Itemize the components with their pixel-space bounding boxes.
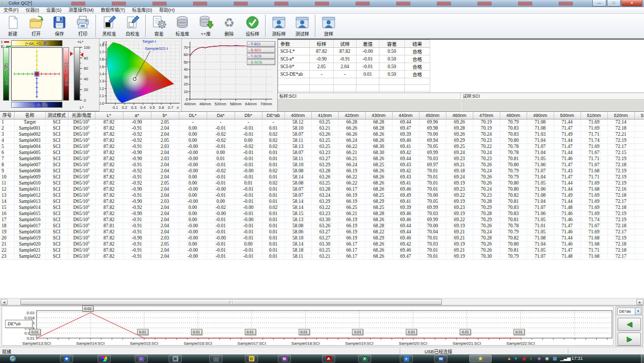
taskbar-clock[interactable]: 17:31: [571, 356, 583, 361]
next-page-button[interactable]: ►: [618, 332, 641, 346]
toolbar-button-打印[interactable]: 打印: [71, 14, 94, 38]
table-row[interactable]: 18Sample017SCID65/10°87.81-0.912.04-0.00…: [0, 223, 644, 229]
table-row[interactable]: 12Sample011SCID65/10°87.82-0.902.04-0.00…: [0, 186, 644, 192]
new-file-icon: [5, 15, 20, 30]
table-row[interactable]: 6Sample005SCID65/10°87.82-0.902.04-0.000…: [0, 149, 644, 156]
person-icon: [271, 15, 286, 30]
taskbar-app-color-qc-active[interactable]: ★: [469, 355, 492, 362]
parameter-select[interactable]: DE*ab▼: [617, 308, 641, 315]
tray-volume-icon[interactable]: ◉: [545, 356, 549, 361]
scroll-left-button[interactable]: ◄: [1, 299, 8, 305]
menu-item-0[interactable]: 文件(F): [0, 7, 22, 14]
toolbar-button-黑校准[interactable]: 黑校准: [98, 14, 121, 38]
taskbar-pinned-app-color-wheel[interactable]: [98, 355, 111, 362]
taskbar-pinned-app-star[interactable]: ★: [60, 355, 73, 362]
toolbar-button-++库[interactable]: ++库: [194, 14, 217, 38]
toolbar-button-设标样[interactable]: 设标样: [241, 14, 264, 38]
minimize-button[interactable]: —: [592, 0, 606, 7]
toolbar-button-容差[interactable]: 容差: [147, 14, 171, 38]
toolbar-button-测试样[interactable]: 测试样: [291, 14, 314, 38]
taskbar-app-word[interactable]: W: [434, 355, 447, 362]
menu-item-2[interactable]: 设置(S): [43, 7, 65, 14]
table-row[interactable]: 13Sample012SCID65/10°87.82-0.912.040.00-…: [0, 192, 644, 198]
tray-messenger-icon[interactable]: ●: [514, 356, 517, 361]
legend-item-T-SCI[interactable]: - T-SCI: [247, 41, 275, 47]
table-row[interactable]: 14Sample013SCID65/10°87.82-0.902.03-0.00…: [0, 198, 644, 204]
show-desktop-button[interactable]: [641, 354, 644, 363]
svg-text:0.6: 0.6: [159, 105, 164, 110]
table-row[interactable]: 23Sample022SCID65/10°87.82-0.912.04-0.00…: [0, 253, 644, 259]
toolbar-button-保存[interactable]: 保存: [48, 14, 71, 38]
scroll-right-button[interactable]: ►: [636, 299, 643, 305]
toolbar-button-放样[interactable]: 放样: [317, 14, 340, 38]
tray-network-lan-icon[interactable]: ▦: [553, 356, 557, 361]
tray-graphics-icon[interactable]: ◆: [537, 356, 541, 361]
toolbar-button-白校准[interactable]: 白校准: [121, 14, 144, 38]
table-row[interactable]: 19Sample018SCID65/10°87.82-0.912.04-0.00…: [0, 229, 644, 235]
save-icon: [52, 15, 67, 30]
table-row[interactable]: 2Sample001SCID65/10°87.82-0.912.040.00-0…: [0, 125, 644, 131]
svg-text:0.5: 0.5: [149, 105, 154, 110]
tray-audio-device-icon[interactable]: ♪: [530, 356, 532, 361]
tray-pdf-icon[interactable]: ◼: [522, 356, 526, 361]
title-bar[interactable]: ★ Color QC[*] — □ ×: [0, 0, 644, 7]
toolbar-button-测标样[interactable]: 测标样: [267, 14, 291, 38]
tray-signal-icon[interactable]: ▁▃▅: [560, 356, 571, 361]
taskbar-pinned-app-window[interactable]: ▣: [169, 355, 182, 362]
toolbar-button-删除[interactable]: ♻ 删除: [217, 14, 241, 38]
legend-item-T-SCE[interactable]: - T-SCE: [247, 53, 275, 59]
table-row[interactable]: 16Sample015SCID65/10°87.82-0.902.040.00-…: [0, 210, 644, 217]
recycle-icon: ♻: [221, 15, 237, 30]
close-button[interactable]: ×: [621, 0, 642, 7]
table-row[interactable]: 9Sample008SCID65/10°87.82-0.922.04-0.00-…: [0, 168, 644, 174]
table-row[interactable]: 11Sample010SCID65/10°87.82-0.922.050.00-…: [0, 180, 644, 186]
table-row[interactable]: 15Sample014SCID65/10°87.82-0.922.040.00-…: [0, 204, 644, 210]
table-row[interactable]: 21Sample020SCID65/10°87.82-0.912.050.00-…: [0, 241, 644, 247]
table-row[interactable]: 22Sample021SCID65/10°87.82-0.912.04-0.00…: [0, 247, 644, 253]
menu-item-6[interactable]: 帮助(H): [156, 7, 179, 14]
minus-b-axis-label: [-Δb, -5, 蓝]: [11, 102, 62, 108]
taskbar-app-browser[interactable]: ●: [400, 355, 413, 362]
pinned-app-remote-icon: ▪: [213, 356, 219, 361]
table-row[interactable]: 8Sample007SCID65/10°87.82-0.912.04-0.00-…: [0, 162, 644, 168]
menu-bar: 文件(F)仪器(I)设置(S)测量操作(M)数据传输(T)标准库(D)帮助(H): [0, 7, 644, 14]
start-button[interactable]: [9, 355, 17, 362]
app-word-icon: W: [438, 356, 444, 361]
table-row[interactable]: 5Sample004SCID65/10°87.82-0.912.03-0.00-…: [0, 143, 644, 149]
table-row[interactable]: 7Sample006SCID65/10°87.82-0.902.03-0.000…: [0, 156, 644, 162]
table-row[interactable]: 17Sample016SCID65/10°87.82-0.912.040.00-…: [0, 217, 644, 223]
horizontal-scrollbar[interactable]: ◄ ►: [0, 298, 644, 305]
taskbar-app-excel[interactable]: X: [358, 355, 371, 362]
tray-updater-icon[interactable]: ▲: [507, 356, 511, 361]
scrollbar-thumb[interactable]: [20, 299, 442, 305]
previous-page-button[interactable]: ◄: [618, 318, 641, 331]
toolbar-button-新建[interactable]: 新建: [1, 14, 24, 38]
menu-item-5[interactable]: 标准库(D): [128, 7, 156, 14]
table-row[interactable]: 10Sample009SCID65/10°87.82-0.912.040.00-…: [0, 174, 644, 180]
table-row[interactable]: 4Sample003SCID65/10°87.82-0.922.050.00-0…: [0, 137, 644, 143]
toolbar-button-标准库[interactable]: 标准库: [171, 14, 194, 38]
legend-item-S-SCE[interactable]: - S-SCE: [247, 59, 275, 65]
restore-button[interactable]: □: [607, 0, 621, 7]
menu-item-1[interactable]: 仪器(I): [22, 7, 43, 14]
legend-item-S-SCI[interactable]: - S-SCI: [247, 47, 275, 53]
toolbar-button-打开[interactable]: 打开: [24, 14, 48, 38]
table-row[interactable]: 3Sample002SCID65/10°87.82-0.922.040.00-0…: [0, 131, 644, 137]
chevron-down-icon[interactable]: ▼: [635, 308, 641, 315]
taskbar-pinned-app-remote[interactable]: ▪: [209, 355, 222, 362]
svg-text:700nm: 700nm: [261, 102, 272, 106]
results-empty-row: [278, 85, 430, 92]
taskbar-app-pdf-reader[interactable]: A: [322, 355, 335, 362]
svg-text:0.2: 0.2: [122, 105, 127, 110]
table-row[interactable]: 1TargetSCID65/10°87.82-0.902.05----58.12…: [0, 119, 644, 125]
taskbar-app-onenote[interactable]: N: [278, 355, 291, 362]
menu-item-3[interactable]: 测量操作(M): [65, 7, 98, 14]
taskbar-app-explorer[interactable]: ▤: [245, 355, 258, 362]
table-row[interactable]: 20Sample019SCID65/10°87.82-0.902.03-0.00…: [0, 235, 644, 241]
results-empty-row: [278, 78, 430, 85]
svg-text:520nm: 520nm: [215, 102, 227, 106]
taskbar-pinned-app-purple[interactable]: ∷: [135, 355, 148, 362]
menu-item-4[interactable]: 数据传输(T): [98, 7, 129, 14]
measurement-table[interactable]: 序号名称测试模式光源/角度L*a*b*DL*Da*Db*DE*ab400nm41…: [0, 112, 644, 260]
pinned-app-star-icon: ★: [64, 356, 70, 361]
